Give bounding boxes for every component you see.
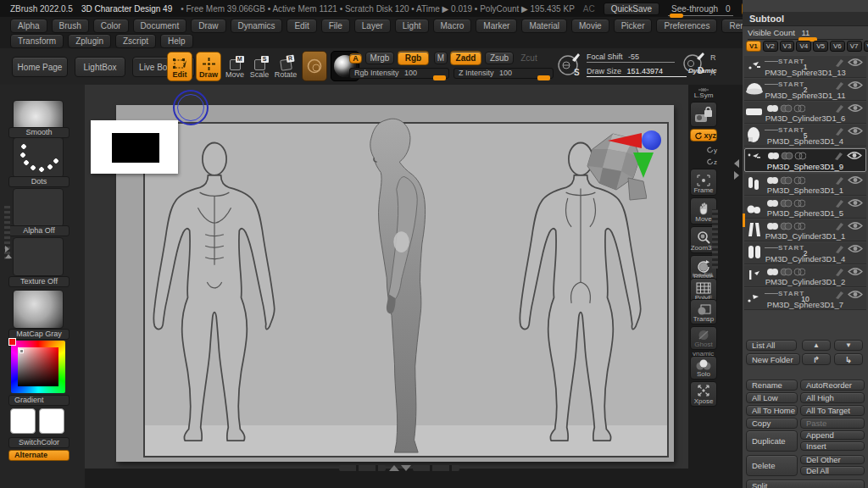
ghost-button[interactable]: Ghost xyxy=(690,326,717,350)
tab-v6[interactable]: V6 xyxy=(830,41,845,52)
subtool-row[interactable]: START 10 PM3D_Sphere3D1_7 xyxy=(744,288,866,310)
viewport-canvas[interactable] xyxy=(85,85,688,469)
visibility-eye-icon[interactable] xyxy=(848,103,863,113)
texture-off-label[interactable]: Texture Off xyxy=(8,276,70,287)
new-folder-button[interactable]: New Folder xyxy=(746,353,800,365)
document-canvas[interactable] xyxy=(116,105,674,462)
menu-item-layer[interactable]: Layer xyxy=(354,19,391,33)
rotate-mode-button[interactable]: R Rotate xyxy=(273,53,298,80)
local-symmetry-button[interactable]: L.Sym xyxy=(690,86,717,100)
tab-v5[interactable]: V5 xyxy=(813,41,828,52)
insert-button[interactable]: Insert xyxy=(800,441,865,451)
menu-item-edit[interactable]: Edit xyxy=(287,19,316,33)
move-down-button[interactable]: ▼ xyxy=(834,340,863,351)
right-tray-close-icon[interactable] xyxy=(734,171,739,180)
see-through-handle[interactable] xyxy=(670,14,683,18)
menu-item-help[interactable]: Help xyxy=(160,34,193,48)
draw-size-slider[interactable]: Draw Size 151.43974 xyxy=(587,67,687,77)
tab-v1[interactable]: V1 xyxy=(746,41,761,52)
copy-button[interactable]: Copy xyxy=(746,418,798,429)
visibility-eye-icon[interactable] xyxy=(848,175,863,185)
menu-item-macro[interactable]: Macro xyxy=(433,19,472,33)
home-page-button[interactable]: Home Page xyxy=(12,57,68,77)
split-button[interactable]: Split xyxy=(746,480,865,488)
secondary-color-swatch[interactable] xyxy=(39,408,64,434)
xpose-button[interactable]: Xpose xyxy=(690,381,717,407)
alternate-button[interactable]: Alternate xyxy=(8,450,70,461)
subtool-row[interactable]: PM3D_Cylinder3D1_1 xyxy=(744,219,866,241)
gyro-y-button[interactable]: y xyxy=(690,144,717,155)
menu-item-file[interactable]: File xyxy=(321,19,350,33)
scale-mode-button[interactable]: S Scale xyxy=(248,53,270,80)
gyro-xyz-button[interactable]: xyz xyxy=(690,129,717,141)
current-brush-well[interactable] xyxy=(302,51,327,81)
gyro-z-button[interactable]: z xyxy=(690,156,717,167)
subtool-row-selected[interactable]: PM3D_Sphere3D1_9 xyxy=(744,148,866,172)
append-button[interactable]: Append xyxy=(800,430,865,440)
bottom-tray-close-icon[interactable] xyxy=(401,465,411,471)
menu-item-transform[interactable]: Transform xyxy=(10,34,64,48)
move-mode-button[interactable]: M Move xyxy=(224,53,246,80)
boolean-mode-icons[interactable] xyxy=(766,267,805,277)
frame-button[interactable]: Frame xyxy=(690,169,717,196)
a-toggle-button[interactable]: A xyxy=(349,53,362,64)
right-tray-open-icon[interactable] xyxy=(734,159,739,168)
rgb-intensity-handle[interactable] xyxy=(433,75,446,80)
move-up-button[interactable]: ▲ xyxy=(802,340,831,351)
menu-item-movie[interactable]: Movie xyxy=(571,19,609,33)
matcap-gray-thumbnail[interactable] xyxy=(13,290,64,329)
m-button[interactable]: M xyxy=(434,52,448,64)
sv-square[interactable] xyxy=(18,347,58,386)
axis-z-dot[interactable] xyxy=(642,130,661,150)
menu-item-marker[interactable]: Marker xyxy=(476,19,517,33)
delete-button[interactable]: Delete xyxy=(746,455,798,476)
dots-stroke-label[interactable]: Dots xyxy=(8,176,70,187)
menu-item-color[interactable]: Color xyxy=(93,19,129,33)
zsub-button[interactable]: Zsub xyxy=(485,52,514,64)
solo-button[interactable]: Solo xyxy=(690,356,717,380)
switchcolor-button[interactable]: SwitchColor xyxy=(8,437,70,448)
left-tray-scroll-arrow-icon[interactable] xyxy=(5,246,9,252)
all-low-button[interactable]: All Low xyxy=(746,392,798,403)
bottom-tray-handle-right[interactable] xyxy=(413,465,459,471)
menu-item-zscript[interactable]: Zscript xyxy=(115,34,156,48)
rgb-intensity-slider[interactable]: Rgb Intensity 100 xyxy=(349,68,449,79)
mrgb-button[interactable]: Mrgb xyxy=(365,52,394,64)
dynamic-draw-button[interactable]: D xyxy=(683,52,705,77)
menu-item-document[interactable]: Document xyxy=(133,19,187,33)
left-tray-scroll-up-icon[interactable] xyxy=(5,254,12,258)
rename-button[interactable]: Rename xyxy=(746,380,798,391)
alpha-off-label[interactable]: Alpha Off xyxy=(8,225,70,236)
boolean-mode-icons[interactable] xyxy=(766,198,805,208)
right-shelf-scroll-strip[interactable] xyxy=(712,209,718,269)
duplicate-button[interactable]: Duplicate xyxy=(746,430,798,452)
menu-item-light[interactable]: Light xyxy=(395,19,429,33)
menu-item-picker[interactable]: Picker xyxy=(614,19,653,33)
subtool-row[interactable]: PM3D_Sphere3D1_1 xyxy=(744,174,866,196)
bottom-tray-handle-left[interactable] xyxy=(339,465,386,471)
z-intensity-handle[interactable] xyxy=(537,75,550,80)
color-picker[interactable] xyxy=(11,341,65,393)
dots-stroke-thumbnail[interactable] xyxy=(13,137,64,178)
subtool-row[interactable]: START 2 PM3D_Cylinder3D1_4 xyxy=(744,242,866,264)
menu-item-preferences[interactable]: Preferences xyxy=(656,19,717,33)
visibility-eye-icon[interactable] xyxy=(847,151,862,160)
perspective-lock-button[interactable] xyxy=(690,102,717,127)
rgb-button[interactable]: Rgb xyxy=(398,51,429,65)
alpha-off-thumbnail[interactable] xyxy=(13,188,64,227)
edit-mode-button[interactable]: Edit xyxy=(167,52,192,81)
tab-v8[interactable]: V8 xyxy=(864,41,868,52)
boolean-mode-icons[interactable] xyxy=(767,151,806,161)
r-edge-button[interactable]: R xyxy=(710,53,716,62)
boolean-mode-icons[interactable] xyxy=(766,221,805,231)
subtool-row[interactable]: START 1 PM3D_Sphere3D1_13 xyxy=(744,56,866,78)
all-high-button[interactable]: All High xyxy=(800,392,865,403)
subtool-row[interactable]: PM3D_Cylinder3D1_6 xyxy=(744,102,866,124)
zadd-button[interactable]: Zadd xyxy=(450,51,481,65)
subtool-row[interactable]: PM3D_Cylinder3D1_2 xyxy=(744,265,866,287)
all-to-home-button[interactable]: All To Home xyxy=(746,405,798,416)
move-into-folder-button[interactable]: ↳ xyxy=(834,353,863,365)
a-edge-button[interactable]: A xyxy=(710,69,715,77)
move-out-folder-button[interactable]: ↱ xyxy=(802,353,831,365)
see-through-slider[interactable]: See-through 0 xyxy=(668,4,733,14)
